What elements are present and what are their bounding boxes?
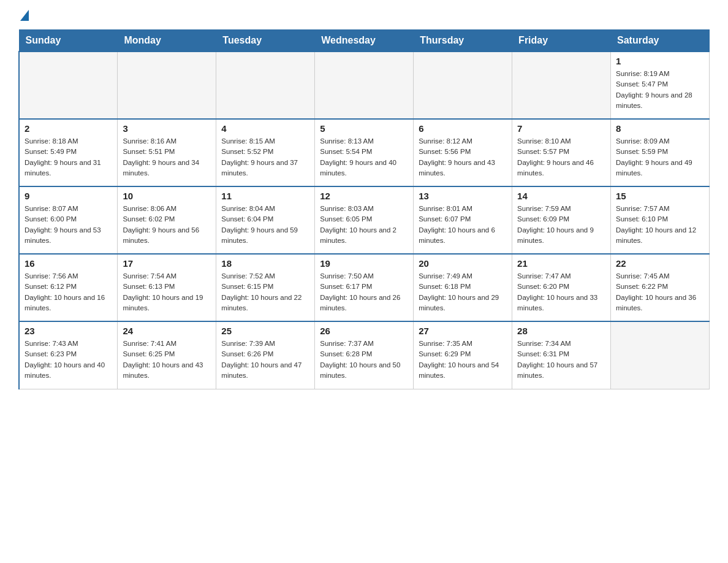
calendar-cell: 21Sunrise: 7:47 AMSunset: 6:20 PMDayligh… xyxy=(512,254,611,321)
day-number: 17 xyxy=(123,258,211,269)
calendar-cell: 9Sunrise: 8:07 AMSunset: 6:00 PMDaylight… xyxy=(19,186,118,254)
day-number: 20 xyxy=(419,258,507,269)
day-info: Sunrise: 7:52 AMSunset: 6:15 PMDaylight:… xyxy=(221,271,309,313)
week-row-1: 1Sunrise: 8:19 AMSunset: 5:47 PMDaylight… xyxy=(19,52,710,119)
week-row-3: 9Sunrise: 8:07 AMSunset: 6:00 PMDaylight… xyxy=(19,186,710,254)
week-row-5: 23Sunrise: 7:43 AMSunset: 6:23 PMDayligh… xyxy=(19,321,710,389)
day-info: Sunrise: 7:45 AMSunset: 6:22 PMDaylight:… xyxy=(616,271,704,313)
day-info: Sunrise: 7:49 AMSunset: 6:18 PMDaylight:… xyxy=(419,271,507,313)
calendar-cell: 11Sunrise: 8:04 AMSunset: 6:04 PMDayligh… xyxy=(216,186,315,254)
logo-triangle-icon xyxy=(20,10,29,21)
day-info: Sunrise: 8:18 AMSunset: 5:49 PMDaylight:… xyxy=(25,136,112,178)
day-info: Sunrise: 7:56 AMSunset: 6:12 PMDaylight:… xyxy=(25,271,112,313)
calendar-cell: 4Sunrise: 8:15 AMSunset: 5:52 PMDaylight… xyxy=(216,119,315,186)
calendar-cell: 19Sunrise: 7:50 AMSunset: 6:17 PMDayligh… xyxy=(315,254,414,321)
calendar-cell xyxy=(414,52,512,119)
day-info: Sunrise: 7:41 AMSunset: 6:25 PMDaylight:… xyxy=(123,339,211,381)
day-info: Sunrise: 7:57 AMSunset: 6:10 PMDaylight:… xyxy=(616,204,704,246)
calendar-cell: 27Sunrise: 7:35 AMSunset: 6:29 PMDayligh… xyxy=(414,321,512,389)
calendar-cell: 14Sunrise: 7:59 AMSunset: 6:09 PMDayligh… xyxy=(512,186,611,254)
calendar-cell: 20Sunrise: 7:49 AMSunset: 6:18 PMDayligh… xyxy=(414,254,512,321)
weekday-header-friday: Friday xyxy=(512,30,611,52)
calendar-cell xyxy=(19,52,118,119)
day-info: Sunrise: 7:37 AMSunset: 6:28 PMDaylight:… xyxy=(320,339,408,381)
day-info: Sunrise: 7:47 AMSunset: 6:20 PMDaylight:… xyxy=(517,271,605,313)
day-info: Sunrise: 7:50 AMSunset: 6:17 PMDaylight:… xyxy=(320,271,408,313)
day-number: 12 xyxy=(320,191,408,201)
day-number: 1 xyxy=(616,56,704,66)
week-row-2: 2Sunrise: 8:18 AMSunset: 5:49 PMDaylight… xyxy=(19,119,710,186)
day-number: 3 xyxy=(123,123,211,134)
page-header xyxy=(18,12,710,20)
logo xyxy=(18,12,29,20)
weekday-header-wednesday: Wednesday xyxy=(315,30,414,52)
day-info: Sunrise: 8:12 AMSunset: 5:56 PMDaylight:… xyxy=(419,136,507,178)
calendar-cell: 25Sunrise: 7:39 AMSunset: 6:26 PMDayligh… xyxy=(216,321,315,389)
day-info: Sunrise: 7:59 AMSunset: 6:09 PMDaylight:… xyxy=(517,204,605,246)
calendar-cell: 10Sunrise: 8:06 AMSunset: 6:02 PMDayligh… xyxy=(118,186,216,254)
day-number: 16 xyxy=(25,258,112,269)
day-info: Sunrise: 8:07 AMSunset: 6:00 PMDaylight:… xyxy=(25,204,112,246)
day-info: Sunrise: 8:09 AMSunset: 5:59 PMDaylight:… xyxy=(616,136,704,178)
calendar-cell: 7Sunrise: 8:10 AMSunset: 5:57 PMDaylight… xyxy=(512,119,611,186)
day-info: Sunrise: 8:10 AMSunset: 5:57 PMDaylight:… xyxy=(517,136,605,178)
day-info: Sunrise: 8:16 AMSunset: 5:51 PMDaylight:… xyxy=(123,136,211,178)
day-info: Sunrise: 7:43 AMSunset: 6:23 PMDaylight:… xyxy=(25,339,112,381)
calendar-cell: 26Sunrise: 7:37 AMSunset: 6:28 PMDayligh… xyxy=(315,321,414,389)
calendar-cell: 23Sunrise: 7:43 AMSunset: 6:23 PMDayligh… xyxy=(19,321,118,389)
weekday-header-sunday: Sunday xyxy=(19,30,118,52)
day-number: 23 xyxy=(25,326,112,336)
day-number: 26 xyxy=(320,326,408,336)
calendar-cell: 5Sunrise: 8:13 AMSunset: 5:54 PMDaylight… xyxy=(315,119,414,186)
calendar-cell: 16Sunrise: 7:56 AMSunset: 6:12 PMDayligh… xyxy=(19,254,118,321)
calendar-cell: 15Sunrise: 7:57 AMSunset: 6:10 PMDayligh… xyxy=(611,186,710,254)
calendar-cell: 6Sunrise: 8:12 AMSunset: 5:56 PMDaylight… xyxy=(414,119,512,186)
day-info: Sunrise: 7:39 AMSunset: 6:26 PMDaylight:… xyxy=(221,339,309,381)
day-number: 9 xyxy=(25,191,112,201)
weekday-header-tuesday: Tuesday xyxy=(216,30,315,52)
calendar-table: SundayMondayTuesdayWednesdayThursdayFrid… xyxy=(18,29,710,389)
calendar-cell: 24Sunrise: 7:41 AMSunset: 6:25 PMDayligh… xyxy=(118,321,216,389)
calendar-cell: 1Sunrise: 8:19 AMSunset: 5:47 PMDaylight… xyxy=(611,52,710,119)
day-number: 6 xyxy=(419,123,507,134)
day-number: 4 xyxy=(221,123,309,134)
calendar-cell: 17Sunrise: 7:54 AMSunset: 6:13 PMDayligh… xyxy=(118,254,216,321)
day-info: Sunrise: 8:01 AMSunset: 6:07 PMDaylight:… xyxy=(419,204,507,246)
day-info: Sunrise: 7:54 AMSunset: 6:13 PMDaylight:… xyxy=(123,271,211,313)
calendar-cell: 18Sunrise: 7:52 AMSunset: 6:15 PMDayligh… xyxy=(216,254,315,321)
calendar-cell: 28Sunrise: 7:34 AMSunset: 6:31 PMDayligh… xyxy=(512,321,611,389)
day-info: Sunrise: 8:13 AMSunset: 5:54 PMDaylight:… xyxy=(320,136,408,178)
day-number: 28 xyxy=(517,326,605,336)
calendar-cell: 3Sunrise: 8:16 AMSunset: 5:51 PMDaylight… xyxy=(118,119,216,186)
weekday-header-saturday: Saturday xyxy=(611,30,710,52)
day-number: 8 xyxy=(616,123,704,134)
day-info: Sunrise: 8:06 AMSunset: 6:02 PMDaylight:… xyxy=(123,204,211,246)
day-number: 21 xyxy=(517,258,605,269)
day-number: 2 xyxy=(25,123,112,134)
day-number: 25 xyxy=(221,326,309,336)
day-number: 11 xyxy=(221,191,309,201)
calendar-cell xyxy=(315,52,414,119)
week-row-4: 16Sunrise: 7:56 AMSunset: 6:12 PMDayligh… xyxy=(19,254,710,321)
day-number: 22 xyxy=(616,258,704,269)
calendar-cell: 13Sunrise: 8:01 AMSunset: 6:07 PMDayligh… xyxy=(414,186,512,254)
day-info: Sunrise: 8:15 AMSunset: 5:52 PMDaylight:… xyxy=(221,136,309,178)
calendar-cell: 8Sunrise: 8:09 AMSunset: 5:59 PMDaylight… xyxy=(611,119,710,186)
day-info: Sunrise: 8:19 AMSunset: 5:47 PMDaylight:… xyxy=(616,69,704,111)
calendar-cell: 22Sunrise: 7:45 AMSunset: 6:22 PMDayligh… xyxy=(611,254,710,321)
weekday-header-monday: Monday xyxy=(118,30,216,52)
calendar-cell xyxy=(118,52,216,119)
day-info: Sunrise: 8:03 AMSunset: 6:05 PMDaylight:… xyxy=(320,204,408,246)
day-number: 5 xyxy=(320,123,408,134)
day-number: 27 xyxy=(419,326,507,336)
calendar-cell: 2Sunrise: 8:18 AMSunset: 5:49 PMDaylight… xyxy=(19,119,118,186)
day-number: 24 xyxy=(123,326,211,336)
day-number: 19 xyxy=(320,258,408,269)
day-info: Sunrise: 7:35 AMSunset: 6:29 PMDaylight:… xyxy=(419,339,507,381)
day-number: 10 xyxy=(123,191,211,201)
day-number: 18 xyxy=(221,258,309,269)
calendar-cell xyxy=(216,52,315,119)
calendar-cell xyxy=(611,321,710,389)
weekday-header-row: SundayMondayTuesdayWednesdayThursdayFrid… xyxy=(19,30,710,52)
weekday-header-thursday: Thursday xyxy=(414,30,512,52)
